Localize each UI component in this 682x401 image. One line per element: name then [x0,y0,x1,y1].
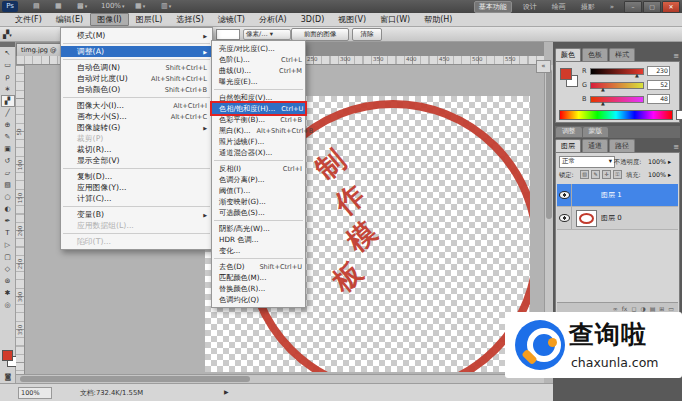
adjustments-submenu-item[interactable]: HDR 色调... [212,234,305,245]
adjustment-layer-icon[interactable]: ◑ [640,305,645,312]
status-zoom-field[interactable]: 100% [18,387,52,399]
adjustments-submenu-item[interactable]: 色阶(L)...Ctrl+L [212,54,305,65]
workspace-button[interactable]: 绘画 [548,2,570,12]
rectangle-tool-icon[interactable]: ▢ [1,251,15,263]
adjustments-submenu-item[interactable]: 曝光度(E)... [212,76,305,87]
adjustments-submenu-item[interactable]: 渐变映射(G)... [212,196,305,207]
3d-orbit-tool-icon[interactable]: ⊛ [1,275,15,287]
menubar-item[interactable]: 窗口(W) [373,13,417,26]
adjustments-submenu-item[interactable]: 黑白(K)...Alt+Shift+Ctrl+B [212,125,305,136]
zoom-level-dropdown[interactable]: 100%▾ [98,2,128,11]
color-panel-menu-icon[interactable]: ≡ [673,52,679,60]
workspace-overflow-chevron[interactable]: » [606,2,618,12]
adjustments-submenu-item[interactable]: 替换颜色(R)... [212,283,305,294]
layer-row[interactable]: 图层 1 [557,184,678,207]
quick-mask-icon[interactable]: ◙ [1,372,15,382]
move-tool-icon[interactable]: ↖ [1,47,15,59]
collapsed-panel-tab[interactable]: 蒙版 [583,127,609,137]
screen-mode-dropdown-icon[interactable]: ▥▾ [158,2,174,11]
workspace-button[interactable]: 基本功能 [474,1,512,13]
adjustments-submenu-item[interactable]: 自然饱和度(V)... [212,92,305,103]
restore-button[interactable]: ▢ [643,1,661,13]
image-menu-item[interactable]: 自动色调(N)Shift+Ctrl+L [61,62,212,73]
adjustments-submenu-item[interactable]: 通道混合器(X)... [212,147,305,158]
layers-panel-tab-tab[interactable]: 路径 [609,139,635,152]
type-tool-icon[interactable]: T [1,227,15,239]
image-menu-item[interactable]: 变量(B)▶ [61,209,212,220]
lasso-tool-icon[interactable]: ρ [1,71,15,83]
image-menu-item[interactable]: 计算(C)... [61,193,212,204]
image-menu-item[interactable]: 调整(A)▶ [61,46,212,57]
image-menu-item[interactable]: 自动颜色(O)Shift+Ctrl+B [61,84,212,95]
slider-thumb[interactable]: ▲ [601,100,605,106]
adjustments-submenu-item[interactable]: 阈值(T)... [212,185,305,196]
lock-all-icon[interactable]: ⚿ [613,170,622,179]
image-menu-item[interactable]: 图像旋转(G)▶ [61,122,212,133]
adjustments-submenu-item[interactable]: 可选颜色(S)... [212,207,305,218]
layer-group-icon[interactable]: ▤ [650,305,656,312]
layers-panel-tab-active[interactable]: 图层 [555,139,581,152]
image-menu-item[interactable]: 模式(M)▶ [61,30,212,41]
launch-bridge-icon[interactable]: ▤ [30,2,43,11]
adjustments-submenu-item[interactable]: 色调分离(P)... [212,174,305,185]
path-selection-tool-icon[interactable]: ▷ [1,239,15,251]
delete-layer-icon[interactable]: ▭ [668,305,674,312]
spectrum-white-swatch[interactable] [676,110,682,120]
visibility-cell[interactable] [557,184,572,206]
b-value-field[interactable]: 48 [647,94,670,104]
collapsed-panel-tab[interactable]: 调整 [556,127,582,137]
visibility-cell[interactable] [557,207,572,229]
menubar-item[interactable]: 分析(A) [252,13,294,26]
gradient-tool-icon[interactable]: ▧ [1,179,15,191]
eye-icon[interactable] [559,214,570,222]
color-spectrum-ramp[interactable] [559,110,673,120]
view-extras-icon[interactable]: ▩▾ [74,2,90,11]
layer-mask-icon[interactable]: ◻ [631,305,636,312]
foreground-color-swatch[interactable] [2,350,13,361]
image-menu-item[interactable]: 显示全部(V) [61,155,212,166]
image-menu-item[interactable]: 画布大小(S)...Alt+Ctrl+C [61,111,212,122]
hand-tool-icon[interactable]: ✱ [1,287,15,299]
crop-tool-options-icon[interactable]: ▞▾ [3,29,21,40]
adjustments-submenu-item[interactable]: 反相(I)Ctrl+I [212,163,305,174]
menubar-item[interactable]: 视图(V) [331,13,373,26]
resolution-input[interactable] [216,29,240,40]
color-panel-tab-active[interactable]: 颜色 [555,48,581,61]
color-panel-tab-tab[interactable]: 色板 [582,48,608,61]
healing-brush-tool-icon[interactable]: ⊕ [1,119,15,131]
layers-panel-tab-tab[interactable]: 通道 [582,139,608,152]
panel-foreground-swatch[interactable] [560,68,572,80]
layers-panel-menu-icon[interactable]: ≡ [673,143,679,151]
horizontal-scrollbar[interactable] [16,374,544,383]
menubar-item[interactable]: 文件(F) [8,13,49,26]
eye-icon[interactable] [559,191,570,199]
close-button[interactable]: ✕ [662,1,680,13]
menubar-item[interactable]: 图像(I) [90,13,129,26]
menubar-item[interactable]: 选择(S) [169,13,210,26]
adjustments-submenu-item[interactable]: 亮度/对比度(C)... [212,43,305,54]
resolution-unit-dropdown[interactable]: 像素/… ▾ [243,29,291,40]
slider-thumb[interactable]: ▲ [601,86,605,92]
dodge-tool-icon[interactable]: ◐ [1,203,15,215]
status-options-arrow-icon[interactable]: ▶ [224,388,229,395]
workspace-button[interactable]: 设计 [519,2,541,12]
menubar-item[interactable]: 滤镜(T) [211,13,252,26]
adjustments-submenu-item[interactable]: 色相/饱和度(H)...Ctrl+U [212,103,305,114]
lock-position-icon[interactable]: ✛ [602,170,611,179]
opacity-value[interactable]: 100% ▸ [648,158,671,165]
eraser-tool-icon[interactable]: ▱ [1,167,15,179]
slider-thumb[interactable]: ▲ [635,72,639,78]
adjustments-submenu-item[interactable]: 匹配颜色(M)... [212,272,305,283]
zoom-tool-icon[interactable]: ◎ [1,299,15,311]
mini-bridge-icon[interactable]: ▦ [52,2,65,11]
color-panel-tab-tab[interactable]: 样式 [609,48,635,61]
image-menu-item[interactable]: 复制(D)... [61,171,212,182]
g-value-field[interactable]: 52 [647,80,670,90]
menubar-item[interactable]: 编辑(E) [49,13,90,26]
minimize-button[interactable]: – [624,1,642,13]
clone-stamp-tool-icon[interactable]: ▣ [1,143,15,155]
3d-rotate-tool-icon[interactable]: ◇ [1,263,15,275]
r-slider[interactable]: ▲ [590,68,644,75]
menubar-item[interactable]: 帮助(H) [417,13,459,26]
image-menu-item[interactable]: 自动对比度(U)Alt+Shift+Ctrl+L [61,73,212,84]
